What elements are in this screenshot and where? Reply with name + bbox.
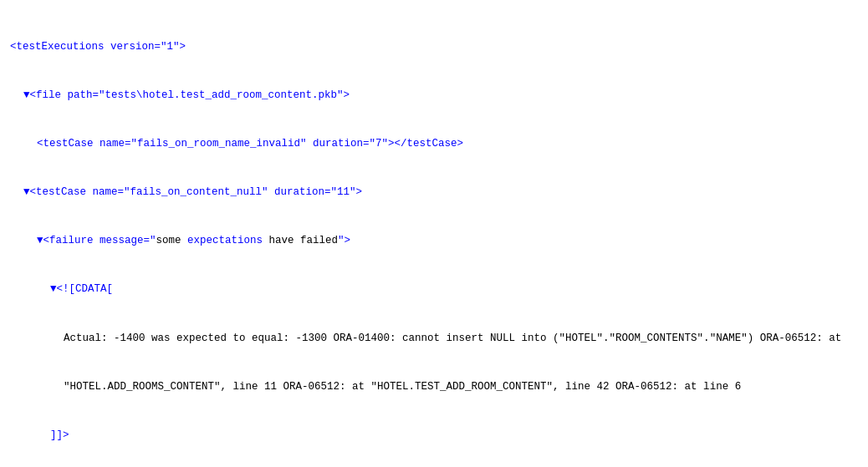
line-8: "HOTEL.ADD_ROOMS_CONTENT", line 11 ORA-0… <box>64 379 858 395</box>
line-2: ▼<file path="tests\hotel.test_add_room_c… <box>23 88 858 104</box>
tag-file-1-open: ▼<file path="tests\hotel.test_add_room_c… <box>23 89 350 101</box>
tag-cdata-1-close: ]]> <box>50 429 69 441</box>
line-5: ▼<failure message="some expectations hav… <box>37 233 858 249</box>
line-7: Actual: -1400 was expected to equal: -13… <box>64 331 858 347</box>
cdata-text-1b: "HOTEL.ADD_ROOMS_CONTENT", line 11 ORA-0… <box>64 381 741 393</box>
tag-failure-1-open: ▼<failure message="some expectations hav… <box>37 235 350 246</box>
line-6: ▼<![CDATA[ <box>50 282 858 297</box>
cdata-text-1a: Actual: -1400 was expected to equal: -13… <box>64 332 841 344</box>
tag-testcase-2-open: ▼<testCase name="fails_on_content_null" … <box>23 186 362 198</box>
xml-viewer: <testExecutions version="1"> ▼<file path… <box>10 7 858 467</box>
line-3: <testCase name="fails_on_room_name_inval… <box>37 136 858 152</box>
line-4: ▼<testCase name="fails_on_content_null" … <box>23 185 858 201</box>
line-1: <testExecutions version="1"> <box>10 39 858 55</box>
tag-cdata-1-open: ▼<![CDATA[ <box>50 283 113 295</box>
tag-testexecutions-open: <testExecutions version="1"> <box>10 41 186 53</box>
line-9: ]]> <box>50 428 858 444</box>
tag-testcase-1: <testCase name="fails_on_room_name_inval… <box>37 138 463 150</box>
